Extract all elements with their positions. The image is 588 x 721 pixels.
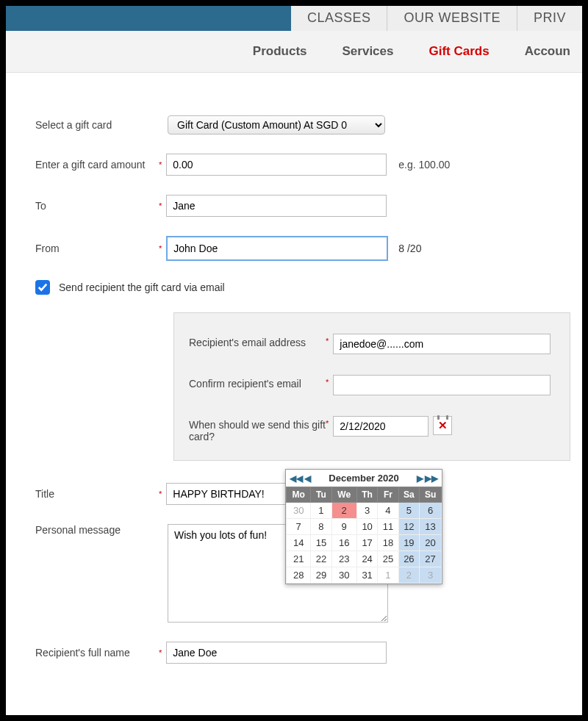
calendar-day[interactable]: 2 xyxy=(331,503,356,519)
required-marker: * xyxy=(326,419,329,428)
calendar-prev-month-icon[interactable]: ◀ xyxy=(304,473,312,484)
calendar-day[interactable]: 19 xyxy=(398,535,420,551)
calendar-day[interactable]: 27 xyxy=(420,551,442,567)
calendar-title: December 2020 xyxy=(312,473,416,484)
calendar-next-month-icon[interactable]: ▶ xyxy=(416,473,424,484)
calendar-dow: Tu xyxy=(311,487,331,503)
subnav-gift-cards[interactable]: Gift Cards xyxy=(429,44,489,59)
top-tab-our-website[interactable]: OUR WEBSITE xyxy=(387,6,517,31)
select-gift-card-label: Select a gift card xyxy=(35,119,168,131)
calendar-day[interactable]: 25 xyxy=(378,551,398,567)
calendar-day[interactable]: 10 xyxy=(356,519,378,535)
title-label: Title xyxy=(35,488,168,500)
message-label: Personal message xyxy=(35,524,168,536)
confirm-email-label: Confirm recipient's email xyxy=(189,375,326,390)
calendar-day[interactable]: 9 xyxy=(331,519,356,535)
calendar-day[interactable]: 20 xyxy=(420,535,442,551)
calendar-popup: ◀◀ ◀ December 2020 ▶ ▶▶ MoTuWeThFrSaSu 3… xyxy=(285,469,442,584)
from-char-count: 8 /20 xyxy=(398,243,421,254)
calendar-day[interactable]: 17 xyxy=(356,535,378,551)
fullname-label: Recipient's full name xyxy=(35,647,168,659)
calendar-grid: MoTuWeThFrSaSu 3012345678910111213141516… xyxy=(286,487,442,584)
recipient-email-input[interactable] xyxy=(333,334,551,354)
subnav-account[interactable]: Accoun xyxy=(525,44,570,59)
calendar-next-year-icon[interactable]: ▶▶ xyxy=(424,473,439,484)
calendar-day[interactable]: 2 xyxy=(398,567,420,584)
amount-input[interactable] xyxy=(166,154,387,176)
required-marker: * xyxy=(326,337,329,345)
calendar-dow: We xyxy=(331,487,356,503)
calendar-day[interactable]: 4 xyxy=(378,503,398,519)
calendar-day[interactable]: 24 xyxy=(356,551,378,567)
calendar-dow: Mo xyxy=(287,487,311,503)
calendar-dow: Su xyxy=(420,487,442,503)
calendar-day[interactable]: 15 xyxy=(311,535,331,551)
calendar-dow: Th xyxy=(356,487,378,503)
recipient-email-label: Recipient's email address xyxy=(189,334,326,348)
calendar-day[interactable]: 1 xyxy=(378,567,398,584)
amount-hint: e.g. 100.00 xyxy=(398,159,450,171)
calendar-day[interactable]: 30 xyxy=(287,503,311,519)
check-icon xyxy=(37,282,48,293)
calendar-day[interactable]: 5 xyxy=(398,503,420,519)
from-label: From xyxy=(35,243,168,254)
top-tabs: CLASSES OUR WEBSITE PRIV xyxy=(6,6,582,31)
calendar-day[interactable]: 31 xyxy=(356,567,378,584)
fullname-input[interactable] xyxy=(166,642,387,664)
required-marker: * xyxy=(159,201,162,210)
subnav-services[interactable]: Services xyxy=(343,44,394,59)
calendar-day[interactable]: 14 xyxy=(287,535,311,551)
top-tab-classes[interactable]: CLASSES xyxy=(291,6,387,31)
calendar-day[interactable]: 3 xyxy=(356,503,378,519)
calendar-day[interactable]: 30 xyxy=(331,567,356,584)
calendar-dow: Fr xyxy=(378,487,398,503)
send-email-label: Send recipient the gift card via email xyxy=(59,281,225,293)
calendar-day[interactable]: 26 xyxy=(398,551,420,567)
calendar-day[interactable]: 21 xyxy=(287,551,311,567)
calendar-day[interactable]: 8 xyxy=(311,519,331,535)
calendar-day[interactable]: 23 xyxy=(331,551,356,567)
send-email-checkbox[interactable] xyxy=(35,280,50,295)
calendar-day[interactable]: 13 xyxy=(420,519,442,535)
calendar-dow: Sa xyxy=(398,487,420,503)
calendar-day[interactable]: 29 xyxy=(311,567,331,584)
required-marker: * xyxy=(326,378,329,387)
email-panel: Recipient's email address * Confirm reci… xyxy=(173,312,570,461)
required-marker: * xyxy=(159,160,162,169)
confirm-email-input[interactable] xyxy=(333,375,551,395)
calendar-day[interactable]: 7 xyxy=(287,519,311,535)
calendar-day[interactable]: 1 xyxy=(311,503,331,519)
calendar-day[interactable]: 3 xyxy=(420,567,442,584)
required-marker: * xyxy=(159,489,162,498)
top-tab-priv[interactable]: PRIV xyxy=(517,6,582,31)
subnav: Products Services Gift Cards Accoun xyxy=(6,31,582,73)
calendar-day[interactable]: 18 xyxy=(378,535,398,551)
calendar-day[interactable]: 16 xyxy=(331,535,356,551)
calendar-button[interactable]: ✕ xyxy=(433,416,452,435)
to-input[interactable] xyxy=(166,195,387,217)
calendar-day[interactable]: 22 xyxy=(311,551,331,567)
amount-label: Enter a gift card amount xyxy=(35,159,168,171)
send-date-input[interactable] xyxy=(333,416,429,437)
calendar-icon xyxy=(434,417,451,422)
gift-card-select[interactable]: Gift Card (Custom Amount) At SGD 0 xyxy=(168,115,385,134)
send-date-label: When should we send this gift card? xyxy=(189,416,326,442)
to-label: To xyxy=(35,200,168,212)
required-marker: * xyxy=(159,648,162,657)
calendar-prev-year-icon[interactable]: ◀◀ xyxy=(289,473,304,484)
calendar-day[interactable]: 11 xyxy=(378,519,398,535)
calendar-day[interactable]: 6 xyxy=(420,503,442,519)
subnav-products[interactable]: Products xyxy=(253,44,307,59)
calendar-day[interactable]: 28 xyxy=(287,567,311,584)
required-marker: * xyxy=(159,244,162,253)
from-input[interactable] xyxy=(166,236,388,261)
calendar-day[interactable]: 12 xyxy=(398,519,420,535)
